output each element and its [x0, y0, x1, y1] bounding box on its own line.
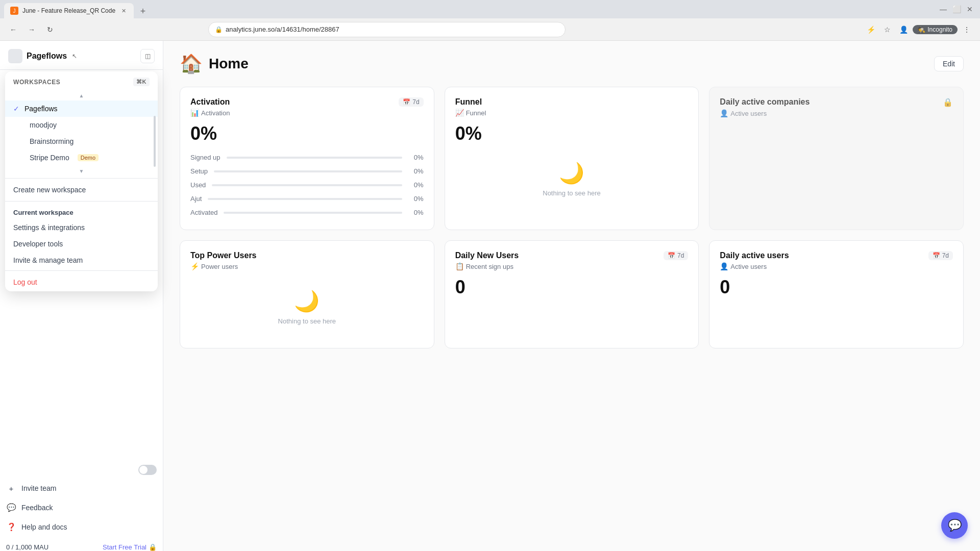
cursor-indicator: ↖	[72, 53, 77, 60]
sidebar-logo[interactable]: Pageflows ↖	[8, 49, 77, 63]
tpu-empty-icon: 🌙	[294, 289, 320, 313]
tab-title: June - Feature Release_QR Code	[22, 7, 115, 14]
funnel-subtitle-icon: 📈	[455, 109, 464, 117]
bookmark-icon[interactable]: ☆	[880, 22, 894, 37]
address-bar[interactable]: 🔒 analytics.june.so/a/14631/home/28867	[208, 22, 566, 37]
bar-signed-up	[227, 157, 402, 159]
chat-button[interactable]: 💬	[941, 512, 968, 539]
tpu-subtitle: ⚡ Power users	[190, 262, 424, 270]
main-content: 🏠 Home Edit Activation 📅 7d 📊	[163, 41, 980, 551]
workspace-item-moodjoy[interactable]: moodjoy	[5, 117, 158, 133]
dac-subtitle-icon: 👤	[720, 109, 728, 117]
workspace-scrollbar[interactable]	[154, 116, 156, 167]
feedback-nav[interactable]: 💬 Feedback	[0, 498, 163, 517]
page-header: 🏠 Home Edit	[180, 53, 964, 74]
feedback-label: Feedback	[21, 504, 53, 512]
funnel-value: 0%	[455, 123, 689, 144]
divider-1	[5, 178, 158, 179]
dau-subtitle-icon: 👤	[720, 262, 728, 270]
back-button[interactable]: ←	[6, 22, 20, 37]
workspace-name-pageflows: Pageflows	[24, 105, 58, 113]
mau-bar: 0 / 1,000 MAU Start Free Trial 🔒	[0, 537, 163, 551]
active-tab[interactable]: J June - Feature Release_QR Code ✕	[4, 3, 134, 18]
app-container: Pageflows ↖ ◫ Workspaces ⌘K ▲ ✓	[0, 41, 980, 551]
toggle-row	[0, 465, 163, 479]
scroll-down-arrow[interactable]: ▼	[5, 166, 158, 176]
tab-favicon: J	[10, 7, 18, 15]
workspace-item-brainstorming[interactable]: Brainstorming	[5, 133, 158, 149]
toolbar-icons: ⚡ ☆ 👤 🕵 Incognito ⋮	[864, 22, 974, 37]
funnel-subtitle: 📈 Funnel	[455, 109, 689, 117]
tpu-empty-state: 🌙 Nothing to see here	[190, 277, 424, 338]
logo-text: Pageflows	[27, 52, 67, 61]
workspace-item-pageflows[interactable]: ✓ Pageflows	[5, 101, 158, 117]
workspace-name-stripe-demo: Stripe Demo	[13, 154, 69, 162]
minimize-button[interactable]: —	[937, 3, 949, 15]
divider-3	[5, 270, 158, 271]
tab-close-button[interactable]: ✕	[119, 7, 128, 15]
developer-tools-link[interactable]: Developer tools	[5, 236, 158, 252]
new-tab-button[interactable]: +	[136, 4, 150, 18]
maximize-button[interactable]: ⬜	[950, 3, 963, 15]
dac-card-header: Daily active companies 🔒	[720, 97, 953, 107]
dnu-value: 0	[455, 277, 689, 298]
create-workspace-button[interactable]: Create new workspace	[5, 181, 158, 199]
toggle-switch[interactable]	[138, 465, 157, 475]
settings-integrations-link[interactable]: Settings & integrations	[5, 219, 158, 236]
page-title-row: 🏠 Home	[180, 53, 249, 74]
extensions-icon[interactable]: ⚡	[864, 22, 878, 37]
workspace-dropdown: Workspaces ⌘K ▲ ✓ Pageflows moodjoy	[5, 71, 158, 291]
scroll-up-arrow[interactable]: ▲	[5, 90, 158, 101]
dau-value: 0	[720, 277, 953, 298]
tab-bar: J June - Feature Release_QR Code ✕ + — ⬜…	[0, 0, 980, 18]
profile-icon[interactable]: 👤	[896, 22, 911, 37]
tpu-subtitle-icon: ⚡	[190, 262, 199, 270]
dau-title: Daily active users	[720, 251, 789, 260]
invite-manage-team-link[interactable]: Invite & manage team	[5, 252, 158, 268]
table-row: Used 0%	[190, 178, 424, 192]
workspace-name-brainstorming: Brainstorming	[13, 137, 74, 145]
current-workspace-title: Current workspace	[5, 204, 158, 219]
dac-title: Daily active companies	[720, 97, 810, 107]
activation-rows: Signed up 0% Setup 0% Used 0%	[190, 151, 424, 219]
table-row: Activated 0%	[190, 206, 424, 219]
tpu-empty-text: Nothing to see here	[278, 317, 336, 325]
sidebar-collapse-button[interactable]: ◫	[140, 49, 155, 63]
activation-badge: 📅 7d	[399, 97, 423, 107]
dnu-badge: 📅 7d	[664, 251, 688, 260]
logout-button[interactable]: Log out	[5, 273, 158, 291]
sidebar: Pageflows ↖ ◫ Workspaces ⌘K ▲ ✓	[0, 41, 163, 551]
start-trial-button[interactable]: Start Free Trial 🔒	[103, 543, 157, 551]
workspace-search-shortcut[interactable]: ⌘K	[133, 78, 150, 86]
invite-team-nav[interactable]: + Invite team	[0, 479, 163, 497]
workspace-item-stripe-demo[interactable]: Stripe Demo Demo	[5, 149, 158, 166]
dac-subtitle: 👤 Active users	[720, 109, 953, 117]
lock-icon: 🔒	[215, 26, 223, 33]
dashboard-grid: Activation 📅 7d 📊 Activation 0% Signed u…	[180, 87, 964, 348]
funnel-card-header: Funnel	[455, 97, 689, 107]
feedback-icon: 💬	[6, 503, 16, 513]
funnel-title: Funnel	[455, 97, 482, 107]
activation-card: Activation 📅 7d 📊 Activation 0% Signed u…	[180, 87, 434, 230]
logo-icon	[8, 49, 22, 63]
funnel-empty-state: 🌙 Nothing to see here	[455, 148, 689, 210]
help-icon: ❓	[6, 522, 16, 532]
help-docs-nav[interactable]: ❓ Help and docs	[0, 518, 163, 536]
dau-card-header: Daily active users 📅 7d	[720, 251, 953, 260]
incognito-button[interactable]: 🕵 Incognito	[913, 25, 958, 34]
activation-value: 0%	[190, 123, 424, 144]
bar-ajut	[208, 198, 402, 200]
activation-title: Activation	[190, 97, 230, 107]
table-row: Signed up 0%	[190, 151, 424, 164]
menu-icon[interactable]: ⋮	[960, 22, 974, 37]
invite-team-label: Invite team	[21, 484, 56, 492]
sidebar-header: Pageflows ↖ ◫	[0, 41, 163, 70]
close-button[interactable]: ✕	[964, 3, 976, 15]
dnu-title: Daily New Users	[455, 251, 519, 260]
window-controls: — ⬜ ✕	[937, 3, 980, 18]
refresh-button[interactable]: ↻	[43, 22, 57, 37]
dnu-subtitle: 📋 Recent sign ups	[455, 262, 689, 270]
lock-icon-dac: 🔒	[943, 97, 953, 107]
forward-button[interactable]: →	[24, 22, 39, 37]
edit-button[interactable]: Edit	[934, 56, 964, 71]
